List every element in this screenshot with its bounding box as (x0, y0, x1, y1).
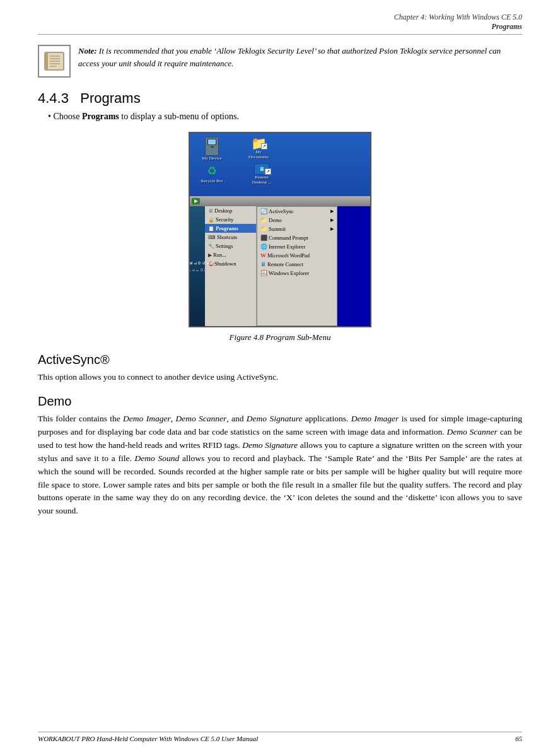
header-line1: Chapter 4: Working With Windows CE 5.0 (394, 13, 522, 21)
page-header: Chapter 4: Working With Windows CE 5.0 P… (38, 13, 522, 35)
page-footer: WORKABOUT PRO Hand-Held Computer With Wi… (38, 732, 522, 742)
note-text: It is recommended that you enable ‘Allow… (78, 46, 501, 68)
demo-section: Demo This folder contains the Demo Image… (38, 394, 522, 518)
demo-body: This folder contains the Demo Imager, De… (38, 413, 522, 518)
start-button[interactable]: ▶ (192, 198, 200, 204)
note-box: Note: It is recommended that you enable … (38, 45, 522, 78)
note-content: Note: It is recommended that you enable … (78, 45, 522, 69)
desktop-icon-remote: 🖥 ↗ RemoteDesktop ... (243, 163, 281, 185)
teklogix-sidebar: TEKLOGIX PSION (190, 206, 205, 326)
menu-item-programs[interactable]: 📋 Programs (205, 224, 256, 233)
submenu-activesync[interactable]: 🔄 ActiveSync▶ (257, 207, 337, 216)
menu-item-security[interactable]: 🔒 Security (205, 215, 256, 224)
svg-rect-1 (45, 52, 48, 70)
note-label: Note: (78, 46, 97, 56)
taskbar: ▶ (190, 196, 370, 206)
submenu-ie[interactable]: 🌐 Internet Explorer (257, 242, 337, 251)
main-menu: 🖥 Desktop 🔒 Security 📋 Programs ⌨ Shortc… (205, 206, 257, 326)
menu-item-settings[interactable]: 🔧 Settings (205, 242, 256, 250)
demo-heading: Demo (38, 394, 522, 409)
section-number: 4.4.3 (38, 90, 69, 106)
submenu-wordpad[interactable]: W Microsoft WordPad (257, 251, 337, 260)
desktop-icon-recycle: ♻ Recycle Bin (196, 163, 228, 185)
menu-item-desktop[interactable]: 🖥 Desktop (205, 206, 256, 215)
intro-prefix: Choose (53, 112, 82, 121)
activesync-heading: ActiveSync® (38, 353, 522, 367)
menu-item-shortcuts[interactable]: ⌨ Shortcuts (205, 233, 256, 242)
submenu-summit[interactable]: 📁 Summit▶ (257, 225, 337, 233)
section-intro: • Choose Programs to display a sub-menu … (48, 112, 522, 122)
note-icon (38, 45, 71, 78)
submenu-demo[interactable]: 📁 Demo▶ (257, 216, 337, 225)
book-icon (42, 49, 66, 73)
figure-container: My Device 📁 ↗ MyDocuments ♻ (38, 132, 522, 342)
activesync-section: ActiveSync® This option allows you to co… (38, 353, 522, 384)
submenu-remoteconn[interactable]: 🖥 Remote Connect (257, 260, 337, 269)
submenu-cmdprompt[interactable]: ⬛ Command Prompt (257, 233, 337, 242)
section-title: Programs (80, 90, 140, 106)
sub-menu: 🔄 ActiveSync▶ 📁 Demo▶ 📁 Summit▶ ⬛ Comman… (257, 206, 337, 326)
intro-bold: Programs (82, 112, 119, 121)
desktop-icon-mydocs: 📁 ↗ MyDocuments (243, 137, 274, 161)
menu-item-run[interactable]: ▶ Run... (205, 250, 256, 259)
section-heading: 4.4.3 Programs (38, 90, 522, 107)
figure-caption: Figure 4.8 Program Sub-Menu (230, 332, 331, 342)
footer-left: WORKABOUT PRO Hand-Held Computer With Wi… (38, 735, 258, 742)
desktop-icon-mydevice: My Device (196, 137, 228, 161)
activesync-body: This option allows you to connect to ano… (38, 371, 522, 384)
start-menu: TEKLOGIX PSION 🖥 Desktop 🔒 Security 📋 Pr… (190, 206, 370, 326)
screenshot: My Device 📁 ↗ MyDocuments ♻ (189, 132, 371, 327)
submenu-winexplorer[interactable]: 🪟 Windows Explorer (257, 269, 337, 278)
footer-right: 65 (515, 735, 522, 742)
intro-suffix: to display a sub-menu of options. (119, 112, 239, 121)
header-line2: Programs (491, 22, 522, 31)
